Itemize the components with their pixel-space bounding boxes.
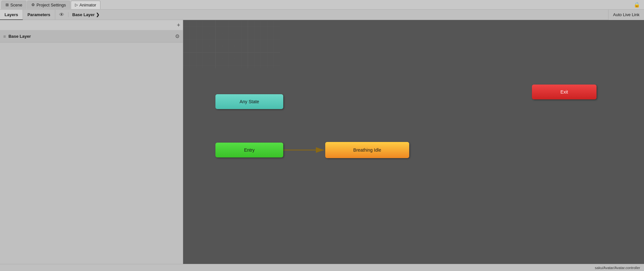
breathing-idle-node[interactable]: Breathing Idle	[325, 142, 409, 158]
tab-scene[interactable]: ⊞ Scene	[1, 1, 26, 9]
sub-header: Layers Parameters 👁 Base Layer ❯ Auto Li…	[0, 10, 644, 20]
project-settings-icon: ⚙	[31, 3, 35, 7]
tab-layers[interactable]: Layers	[0, 10, 23, 20]
main-container: Layers Parameters 👁 Base Layer ❯ Auto Li…	[0, 10, 644, 271]
add-layer-button[interactable]: +	[177, 22, 180, 28]
layer-name: Base Layer	[8, 34, 172, 39]
auto-live-link-button[interactable]: Auto Live Link	[608, 10, 644, 20]
left-panel-content	[0, 43, 183, 264]
scene-icon: ⊞	[5, 3, 9, 7]
breadcrumb-area: Base Layer ❯	[68, 12, 608, 17]
tab-project-settings[interactable]: ⚙ Project Settings	[27, 1, 70, 9]
breadcrumb-label: Base Layer	[72, 12, 95, 17]
any-state-node[interactable]: Any State	[215, 94, 283, 109]
left-panel: + ≡ Base Layer ⚙	[0, 20, 183, 264]
body-area: + ≡ Base Layer ⚙	[0, 20, 644, 264]
tab-parameters[interactable]: Parameters	[23, 10, 55, 20]
tab-animator[interactable]: ▷ Animator	[71, 1, 100, 9]
base-layer-row[interactable]: ≡ Base Layer ⚙	[0, 30, 183, 43]
animator-icon: ▷	[75, 3, 78, 7]
eye-icon[interactable]: 👁	[55, 12, 68, 18]
footer: saku/Avatar/Avatar.controller	[0, 264, 644, 271]
file-path: saku/Avatar/Avatar.controller	[595, 266, 640, 270]
exit-node[interactable]: Exit	[532, 85, 597, 99]
title-bar: ⊞ Scene ⚙ Project Settings ▷ Animator 🔒	[0, 0, 644, 10]
grid-background	[183, 20, 280, 68]
svg-rect-1	[183, 20, 280, 68]
entry-node[interactable]: Entry	[215, 143, 283, 157]
animator-canvas[interactable]: Any State Entry Breathing Idle Exit	[183, 20, 644, 264]
drag-handle-icon: ≡	[3, 34, 6, 39]
lock-icon[interactable]: 🔒	[634, 2, 643, 8]
breadcrumb-arrow: ❯	[96, 12, 99, 17]
left-panel-toolbar: +	[0, 20, 183, 30]
layer-settings-icon[interactable]: ⚙	[175, 33, 180, 39]
